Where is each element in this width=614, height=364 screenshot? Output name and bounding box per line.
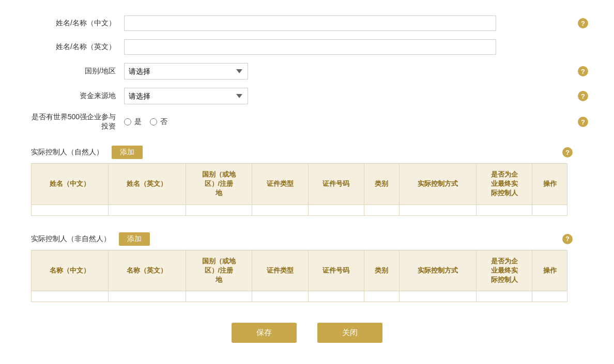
natural-controller-table-header-row: 姓名（中文） 姓名（英文） 国别（或地区）/注册地 证件类型 证件号码 类别 实… [32, 164, 567, 205]
non-natural-col-cert-no: 证件号码 [308, 250, 364, 291]
name-cn-help-icon[interactable]: ? [578, 18, 588, 28]
non-natural-col-name-en: 名称（英文） [109, 250, 186, 291]
natural-col-name-en: 姓名（英文） [109, 164, 186, 205]
close-button[interactable]: 关闭 [317, 323, 382, 343]
non-natural-col-operation: 操作 [532, 250, 567, 291]
fund-source-label: 资金来源地 [31, 91, 124, 101]
non-natural-col-is-final-controller: 是否为企业最终实际控制人 [476, 250, 532, 291]
country-help-icon[interactable]: ? [578, 66, 588, 76]
natural-col-name-cn: 姓名（中文） [32, 164, 109, 205]
name-en-input[interactable] [124, 39, 496, 55]
country-label: 国别/地区 [31, 67, 124, 76]
non-natural-col-cert-type: 证件类型 [252, 250, 308, 291]
non-natural-controller-table: 名称（中文） 名称（英文） 国别（或地区）/注册地 证件类型 证件号码 类别 实… [31, 250, 567, 303]
natural-controller-title: 实际控制人（自然人） [31, 148, 103, 157]
natural-col-cert-type: 证件类型 [252, 164, 308, 205]
fortune500-label: 是否有世界500强企业参与投资 [31, 113, 124, 131]
name-en-label: 姓名/名称（英文） [31, 42, 124, 52]
non-natural-controller-add-button[interactable]: 添加 [119, 232, 150, 246]
non-natural-controller-help-icon[interactable]: ? [562, 234, 573, 244]
button-area: 保存 关闭 [31, 323, 583, 343]
natural-col-operation: 操作 [532, 164, 567, 205]
natural-col-control-method: 实际控制方式 [399, 164, 476, 205]
fund-source-help-icon[interactable]: ? [578, 91, 588, 101]
fortune500-yes-label: 是 [134, 117, 142, 126]
fortune500-no-radio[interactable] [150, 118, 157, 125]
country-select[interactable]: 请选择 [124, 63, 248, 80]
non-natural-col-category: 类别 [364, 250, 400, 291]
fortune500-help-icon[interactable]: ? [578, 117, 588, 127]
natural-controller-table-body [32, 204, 567, 215]
non-natural-col-control-method: 实际控制方式 [399, 250, 476, 291]
non-natural-controller-table-body [32, 291, 567, 302]
natural-col-category: 类别 [364, 164, 400, 205]
save-button[interactable]: 保存 [232, 323, 297, 343]
natural-controller-empty-row [32, 204, 567, 215]
non-natural-col-country: 国别（或地区）/注册地 [186, 250, 252, 291]
fortune500-yes-option[interactable]: 是 [124, 117, 142, 126]
fund-source-select[interactable]: 请选择 [124, 88, 248, 104]
fortune500-no-option[interactable]: 否 [150, 117, 167, 126]
natural-controller-table: 姓名（中文） 姓名（英文） 国别（或地区）/注册地 证件类型 证件号码 类别 实… [31, 163, 567, 216]
natural-controller-help-icon[interactable]: ? [562, 147, 573, 157]
non-natural-col-name-cn: 名称（中文） [32, 250, 109, 291]
natural-col-is-final-controller: 是否为企业最终实际控制人 [476, 164, 532, 205]
non-natural-controller-table-header-row: 名称（中文） 名称（英文） 国别（或地区）/注册地 证件类型 证件号码 类别 实… [32, 250, 567, 291]
natural-controller-header: 实际控制人（自然人） 添加 ? [31, 141, 567, 163]
non-natural-controller-header: 实际控制人（非自然人） 添加 ? [31, 228, 567, 250]
fortune500-radio-group: 是 否 [124, 117, 167, 126]
fortune500-yes-radio[interactable] [124, 118, 131, 125]
name-cn-input[interactable] [124, 15, 496, 31]
fortune500-no-label: 否 [160, 117, 167, 126]
name-cn-label: 姓名/名称（中文） [31, 19, 124, 28]
natural-controller-add-button[interactable]: 添加 [112, 146, 143, 159]
natural-col-country: 国别（或地区）/注册地 [186, 164, 252, 205]
non-natural-controller-empty-row [32, 291, 567, 302]
non-natural-controller-title: 实际控制人（非自然人） [31, 234, 111, 244]
natural-col-cert-no: 证件号码 [308, 164, 364, 205]
